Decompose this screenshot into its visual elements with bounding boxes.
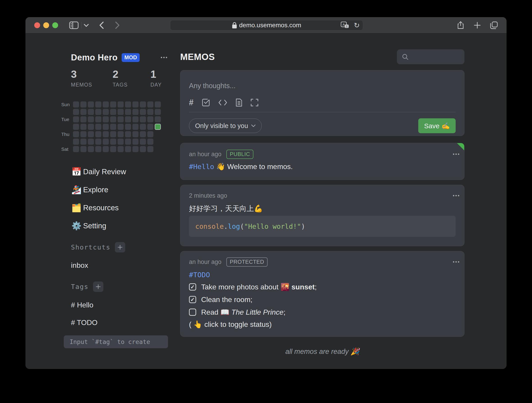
address-bar[interactable]: demo.usememos.com A 文 ↻	[170, 20, 363, 30]
reload-icon[interactable]: ↻	[354, 22, 360, 29]
heatmap-cell[interactable]	[133, 124, 139, 130]
minimize-button[interactable]	[43, 22, 49, 28]
back-button[interactable]	[97, 17, 106, 33]
tab-overview-icon[interactable]	[488, 17, 499, 33]
heatmap-cell[interactable]	[125, 131, 131, 137]
heatmap-cell[interactable]	[118, 146, 124, 152]
heatmap-cell[interactable]	[103, 109, 109, 115]
heatmap-cell[interactable]	[80, 131, 87, 137]
shortcut-item-inbox[interactable]: inbox	[71, 261, 168, 269]
heatmap-cell[interactable]	[95, 131, 101, 137]
heatmap-cell[interactable]	[133, 139, 139, 145]
heatmap-cell[interactable]	[118, 139, 124, 145]
heatmap-cell[interactable]	[88, 124, 94, 130]
heatmap-cell[interactable]	[95, 101, 101, 108]
heatmap-cell[interactable]	[125, 116, 131, 122]
heatmap-cell[interactable]	[73, 109, 79, 115]
heatmap-cell[interactable]	[88, 116, 94, 122]
translate-icon[interactable]: A 文	[341, 22, 349, 29]
heatmap-cell[interactable]	[133, 131, 139, 137]
sidebar-item-explore[interactable]: 🏂 Explore	[61, 181, 168, 199]
chevron-down-icon[interactable]	[83, 17, 90, 33]
heatmap-cell[interactable]	[73, 124, 79, 130]
checkbox-checked-icon[interactable]: ✓	[189, 296, 196, 303]
heatmap-cell[interactable]	[80, 109, 87, 115]
heatmap-cell[interactable]	[118, 131, 124, 137]
heatmap-cell[interactable]	[95, 139, 101, 145]
save-button[interactable]: Save ✍️	[418, 118, 456, 133]
add-shortcut-button[interactable]	[115, 242, 125, 253]
memo-tag-todo[interactable]: #TODO	[189, 271, 210, 279]
sidebar-item-setting[interactable]: ⚙️ Setting	[61, 217, 168, 235]
heatmap-cell[interactable]	[88, 101, 94, 108]
tag-item-hello[interactable]: # Hello	[71, 301, 168, 309]
heatmap-cell[interactable]	[147, 109, 153, 115]
tag-item-todo[interactable]: # TODO	[71, 318, 168, 327]
share-icon[interactable]	[456, 17, 466, 33]
heatmap-cell[interactable]	[103, 131, 109, 137]
heatmap-cell[interactable]	[95, 109, 101, 115]
heatmap-cell[interactable]	[110, 131, 116, 137]
search-input[interactable]	[397, 49, 464, 64]
heatmap-cell[interactable]	[125, 146, 131, 152]
heatmap-cell[interactable]	[133, 116, 139, 122]
heatmap-cell[interactable]	[155, 101, 161, 108]
heatmap-cell[interactable]	[125, 124, 131, 130]
heatmap-cell[interactable]	[140, 131, 146, 137]
template-icon[interactable]	[236, 98, 242, 107]
tag-icon[interactable]: #	[189, 98, 193, 107]
heatmap-cell[interactable]	[80, 101, 87, 108]
heatmap-cell[interactable]	[80, 146, 87, 152]
heatmap-cell[interactable]	[118, 124, 124, 130]
heatmap-cell[interactable]	[118, 101, 124, 108]
heatmap-cell[interactable]	[147, 131, 153, 137]
heatmap-cell[interactable]	[147, 101, 153, 108]
heatmap-cell[interactable]	[80, 124, 87, 130]
heatmap-cell[interactable]	[73, 101, 79, 108]
code-icon[interactable]	[218, 99, 227, 106]
heatmap-cell[interactable]	[88, 146, 94, 152]
heatmap-cell[interactable]	[103, 146, 109, 152]
sidebar-toggle-icon[interactable]	[69, 17, 79, 33]
heatmap-cell[interactable]	[140, 109, 146, 115]
heatmap-cell[interactable]	[95, 146, 101, 152]
checkbox-unchecked-icon[interactable]	[189, 309, 196, 316]
heatmap-cell[interactable]	[80, 139, 87, 145]
user-banner[interactable]: Demo Hero MOD	[71, 52, 168, 62]
heatmap-cell[interactable]	[133, 146, 139, 152]
heatmap-cell[interactable]	[133, 101, 139, 108]
fullscreen-icon[interactable]	[251, 99, 258, 106]
heatmap-cell[interactable]	[140, 116, 146, 122]
heatmap-cell[interactable]	[88, 109, 94, 115]
heatmap-cell[interactable]	[125, 101, 131, 108]
sidebar-item-daily-review[interactable]: 📅 Daily Review	[61, 163, 168, 181]
heatmap-cell[interactable]	[110, 146, 116, 152]
heatmap-cell[interactable]	[73, 139, 79, 145]
heatmap-cell[interactable]	[125, 109, 131, 115]
checkbox-checked-icon[interactable]: ✓	[189, 283, 196, 291]
heatmap-cell[interactable]	[95, 124, 101, 130]
heatmap-cell[interactable]	[133, 109, 139, 115]
heatmap-cell[interactable]	[125, 139, 131, 145]
heatmap-cell[interactable]	[73, 146, 79, 152]
close-button[interactable]	[34, 22, 40, 28]
heatmap-cell[interactable]	[147, 116, 153, 122]
checkbox-icon[interactable]	[202, 99, 210, 106]
heatmap-cell-active[interactable]	[155, 124, 161, 130]
heatmap-cell[interactable]	[110, 139, 116, 145]
heatmap-cell[interactable]	[147, 146, 153, 152]
composer-textarea[interactable]: Any thoughts...	[189, 82, 456, 90]
heatmap-cell[interactable]	[140, 124, 146, 130]
heatmap-cell[interactable]	[140, 146, 146, 152]
heatmap-cell[interactable]	[103, 101, 109, 108]
user-menu-button[interactable]	[161, 57, 162, 58]
memo-menu-button[interactable]	[453, 195, 454, 196]
heatmap-cell[interactable]	[73, 131, 79, 137]
heatmap-cell[interactable]	[110, 116, 116, 122]
tag-create-input[interactable]: Input `#tag` to create	[64, 335, 168, 348]
forward-button[interactable]	[113, 17, 122, 33]
heatmap-cell[interactable]	[110, 101, 116, 108]
visibility-select[interactable]: Only visible to you	[189, 118, 262, 133]
heatmap-cell[interactable]	[147, 139, 153, 145]
sidebar-item-resources[interactable]: 🗂️ Resources	[61, 199, 168, 217]
